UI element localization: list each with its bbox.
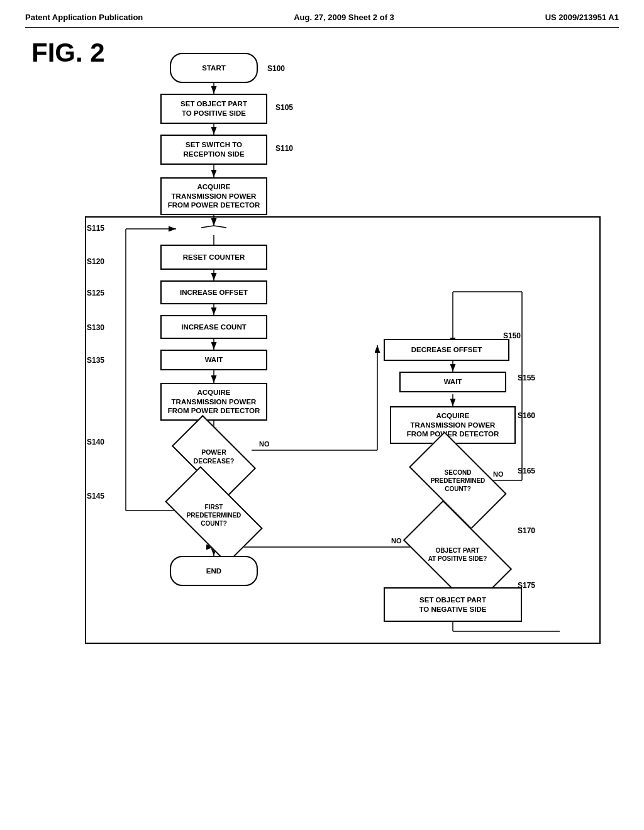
s135-label: S135 <box>87 356 104 365</box>
s140-label: S140 <box>87 438 104 446</box>
acquire3-node: ACQUIRE TRANSMISSION POWER FROM POWER DE… <box>390 406 516 444</box>
s170-label: S170 <box>518 526 535 535</box>
set-switch-node: SET SWITCH TO RECEPTION SIDE <box>160 135 267 165</box>
acquire1-node: ACQUIRE TRANSMISSION POWER FROM POWER DE… <box>160 177 267 215</box>
wait1-node: WAIT <box>160 350 267 370</box>
s145-label: S145 <box>87 492 104 501</box>
s165-label: S165 <box>518 467 535 475</box>
page-header: Patent Application Publication Aug. 27, … <box>25 13 619 28</box>
svg-line-42 <box>201 226 214 228</box>
set-negative-node: SET OBJECT PART TO NEGATIVE SIDE <box>384 587 522 622</box>
svg-line-43 <box>214 226 226 228</box>
acquire2-node: ACQUIRE TRANSMISSION POWER FROM POWER DE… <box>160 383 267 421</box>
set-object-node: SET OBJECT PART TO POSITIVE SIDE <box>160 94 267 124</box>
s105-label: S105 <box>275 103 293 112</box>
s155-label: S155 <box>518 374 535 382</box>
diagram-area: YES YES NO NO NO <box>44 40 623 795</box>
page: Patent Application Publication Aug. 27, … <box>0 0 644 830</box>
arrows-svg: YES YES NO NO NO <box>44 40 623 795</box>
reset-counter-node: RESET COUNTER <box>160 245 267 270</box>
header-center: Aug. 27, 2009 Sheet 2 of 3 <box>294 13 394 22</box>
s130-label: S130 <box>87 323 104 332</box>
header-left: Patent Application Publication <box>25 13 143 22</box>
s115-label: S115 <box>87 224 104 233</box>
header-right: US 2009/213951 A1 <box>545 13 619 22</box>
s120-label: S120 <box>87 257 104 266</box>
s100-label: S100 <box>267 64 285 73</box>
decrease-offset-node: DECREASE OFFSET <box>384 339 509 361</box>
s125-label: S125 <box>87 289 104 297</box>
end-node: END <box>170 556 258 586</box>
increase-offset-node: INCREASE OFFSET <box>160 280 267 304</box>
s110-label: S110 <box>275 144 293 153</box>
first-count-node: FIRST PREDETERMINED COUNT? <box>165 466 263 564</box>
svg-text:NO: NO <box>391 537 402 545</box>
svg-text:NO: NO <box>259 440 270 448</box>
start-node: START <box>170 53 258 83</box>
s160-label: S160 <box>518 411 535 420</box>
wait2-node: WAIT <box>399 372 506 392</box>
increase-count-node: INCREASE COUNT <box>160 315 267 339</box>
